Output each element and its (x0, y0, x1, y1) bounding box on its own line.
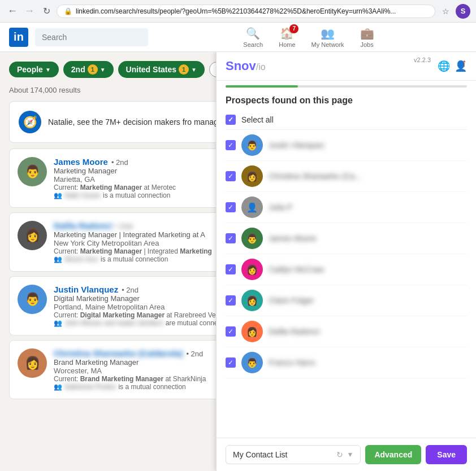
promo-icon: 🧭 (19, 111, 41, 133)
filter-2nd[interactable]: 2nd 1 ▼ (63, 61, 114, 78)
snovio-progress-bar (226, 85, 298, 88)
browser-chrome: ← → ↻ 🔒 linkedin.com/search/results/peop… (0, 0, 476, 23)
profile-icon[interactable]: S (456, 4, 470, 19)
prospect-row-p3[interactable]: ✓ 👤 Julia P (226, 192, 467, 223)
snovio-header: Snov/io 🌐 👤 v2.2.3 ↑ (217, 52, 476, 81)
prospect-avatar-p1: 👨 (241, 134, 263, 156)
prospect-checkbox-p2[interactable]: ✓ (226, 171, 236, 181)
check-icon: ✓ (228, 116, 233, 124)
prospect-row-p8[interactable]: ✓ 👨 Franco Harro (226, 347, 467, 378)
prospect-checkbox-p6[interactable]: ✓ (226, 295, 236, 306)
nav-network-label: My Network (311, 41, 344, 48)
contact-list-value: My Contact List (233, 450, 287, 459)
search-input[interactable] (35, 28, 148, 46)
prospect-avatar-p7: 👩 (241, 321, 263, 342)
back-button[interactable]: ← (6, 5, 19, 18)
prospect-checkbox-p8[interactable]: ✓ (226, 357, 236, 368)
network-icon: 👥 (321, 27, 335, 40)
person-name-dalila[interactable]: Dalila Radonci (54, 221, 112, 230)
prospect-row-p2[interactable]: ✓ 👩 Christina Sharwarko (Ca... (226, 161, 467, 192)
search-icon: 🔍 (246, 27, 260, 40)
prospect-list: ✓ Select all ✓ 👨 Justin Vlanquez ✓ 👩 Chr… (217, 110, 476, 438)
person-degree-justin: • 2nd (122, 286, 139, 294)
save-button[interactable]: Save (426, 445, 467, 464)
prospect-checkbox-p1[interactable]: ✓ (226, 140, 236, 150)
refresh-icon: ↻ (336, 450, 343, 459)
prospect-avatar-p6: 👩 (241, 290, 263, 311)
person-name-justin[interactable]: Justin Vlanquez (54, 285, 118, 294)
person-name-christina[interactable]: Christina Sharwarko (Caldarola) (54, 348, 183, 358)
snovio-panel-title: Prospects found on this page (217, 90, 476, 110)
lock-icon: 🔒 (64, 7, 72, 15)
snovio-version: v2.2.3 (414, 56, 431, 63)
prospect-avatar-p2: 👩 (241, 165, 263, 187)
avatar-dalila: 👩 (18, 221, 47, 250)
avatar-justin: 👨 (18, 285, 47, 314)
prospect-avatar-p5: 👩 (241, 259, 263, 280)
prospect-row-p4[interactable]: ✓ 👨 James Moore (226, 223, 467, 254)
person-name-james-moore[interactable]: James Moore (54, 157, 108, 167)
chevron-2nd-icon: ▼ (100, 67, 106, 73)
prospect-name-p3: Julia P (269, 203, 467, 212)
snovio-logo-suffix: /io (256, 62, 266, 72)
nav-home-label: Home (279, 41, 295, 48)
filter-people-label: People (17, 65, 43, 74)
contact-list-icons: ↻ ▼ (336, 450, 353, 459)
snovio-panel: Snov/io 🌐 👤 v2.2.3 ↑ Prospects found on … (216, 52, 476, 471)
prospect-name-p7: Dalila Radonci (269, 327, 467, 336)
avatar-christina: 👩 (18, 348, 47, 378)
prospect-name-p8: Franco Harro (269, 358, 467, 367)
prospect-avatar-p8: 👨 (241, 352, 263, 373)
jobs-icon: 💼 (360, 27, 374, 40)
filter-2nd-label: 2nd (71, 65, 85, 74)
refresh-button[interactable]: ↻ (40, 5, 53, 18)
person-degree-dalila: • 2nd (115, 222, 132, 230)
prospect-avatar-p4: 👨 (241, 228, 263, 249)
prospect-name-p4: James Moore (269, 234, 467, 243)
chevron-down-icon: ▼ (45, 67, 51, 73)
filter-us-label: United States (126, 65, 176, 74)
nav-search-label: Search (243, 41, 263, 48)
url-text: linkedin.com/search/results/people/?geoU… (76, 7, 428, 15)
prospect-row-p1[interactable]: ✓ 👨 Justin Vlanquez (226, 130, 467, 161)
filter-us-badge: 1 (179, 64, 189, 75)
nav-home[interactable]: 🏠7 Home (272, 23, 302, 52)
bookmark-icon[interactable]: ☆ (439, 5, 452, 18)
prospect-checkbox-p3[interactable]: ✓ (226, 202, 236, 212)
prospect-checkbox-p7[interactable]: ✓ (226, 326, 236, 337)
prospect-row-p5[interactable]: ✓ 👩 Caitlyn McCraw (226, 254, 467, 285)
filter-2nd-badge: 1 (88, 64, 98, 75)
nav-jobs[interactable]: 💼 Jobs (353, 23, 381, 52)
linkedin-logo[interactable]: in (9, 28, 28, 47)
prospect-row-p7[interactable]: ✓ 👩 Dalila Radonci (226, 316, 467, 347)
nav-jobs-label: Jobs (361, 41, 374, 48)
person-degree-james-moore: • 2nd (111, 158, 128, 167)
person-degree-christina: • 2nd (186, 350, 203, 358)
snovio-logo: Snov/io (226, 59, 266, 73)
filter-people[interactable]: People ▼ (9, 62, 59, 77)
prospect-avatar-p3: 👤 (241, 197, 263, 218)
prospect-name-p6: Claire Folger (269, 296, 467, 305)
prospect-checkbox-p4[interactable]: ✓ (226, 233, 236, 243)
select-all-label: Select all (241, 115, 274, 124)
select-all-row[interactable]: ✓ Select all (226, 110, 467, 130)
prospect-name-p5: Caitlyn McCraw (269, 265, 467, 274)
nav-network[interactable]: 👥 My Network (305, 23, 351, 52)
advanced-button[interactable]: Advanced (365, 445, 421, 464)
forward-button[interactable]: → (23, 5, 36, 18)
contact-list-select[interactable]: My Contact List ↻ ▼ (226, 445, 361, 464)
prospect-row-p6[interactable]: ✓ 👩 Claire Folger (226, 285, 467, 316)
prospect-name-p2: Christina Sharwarko (Ca... (269, 172, 467, 181)
filter-us[interactable]: United States 1 ▼ (118, 61, 205, 78)
prospect-checkbox-p5[interactable]: ✓ (226, 264, 236, 274)
select-all-checkbox[interactable]: ✓ (226, 115, 236, 125)
avatar-james-moore: 👨 (18, 157, 47, 186)
globe-icon[interactable]: 🌐 (438, 60, 450, 72)
linkedin-header: in 🔍 Search 🏠7 Home 👥 My Network 💼 Jobs (0, 23, 476, 52)
home-icon: 🏠7 (280, 27, 294, 40)
url-bar[interactable]: 🔒 linkedin.com/search/results/people/?ge… (57, 5, 435, 18)
snovio-bottom-bar: My Contact List ↻ ▼ Advanced Save (217, 438, 476, 471)
chevron-down-contact-icon: ▼ (347, 451, 353, 459)
snovio-progress-track (226, 85, 467, 88)
nav-search[interactable]: 🔍 Search (236, 23, 270, 52)
